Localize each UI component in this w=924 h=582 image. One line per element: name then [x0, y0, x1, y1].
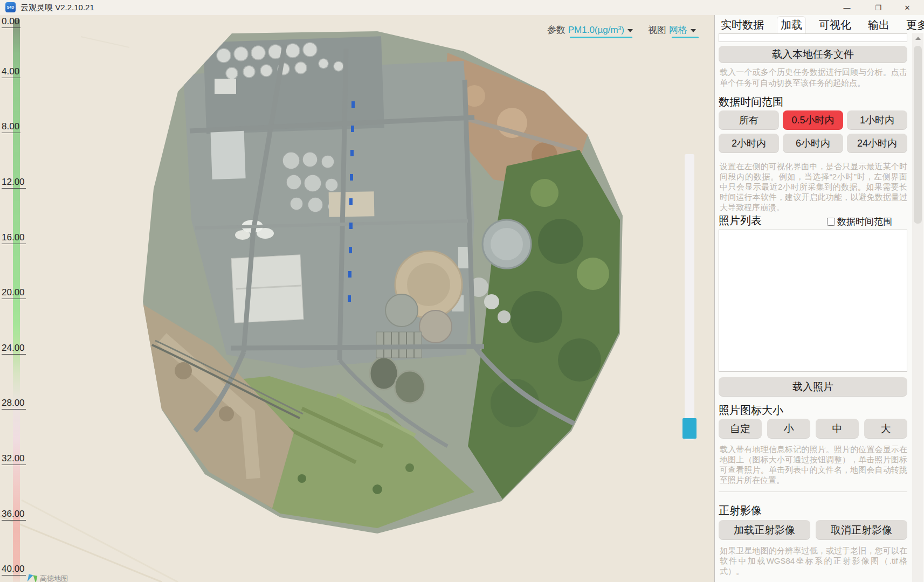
- orthophoto-description: 如果卫星地图的分辨率过低，或过于老旧，您可以在软件中加载WGS84坐标系的正射影…: [720, 545, 907, 576]
- load-photos-button[interactable]: 载入照片: [719, 377, 907, 397]
- load-local-task-button[interactable]: 载入本地任务文件: [719, 46, 907, 63]
- orthophoto-heading: 正射影像: [719, 503, 762, 518]
- title-bar[interactable]: S4D 云观灵嗅 V2.2.10.21 — ❐ ✕: [0, 0, 924, 15]
- view-label: 视图: [648, 25, 666, 35]
- load-task-description: 载入一个或多个历史任务数据进行回顾与分析。点击单个任务可自动切换至该任务的起始点…: [720, 67, 907, 88]
- tab-visualization[interactable]: 可视化: [816, 17, 854, 33]
- photo-list-heading: 照片列表: [719, 213, 762, 228]
- parameter-label: 参数: [547, 25, 566, 35]
- parameter-dropdown[interactable]: PM1.0(µg/m³): [568, 25, 624, 35]
- photo-list-box[interactable]: [719, 230, 907, 372]
- maximize-button[interactable]: ❐: [866, 0, 891, 15]
- time-range-filter-checkbox[interactable]: [827, 218, 835, 226]
- time-range-all-button[interactable]: 所有: [719, 110, 779, 130]
- chevron-down-icon[interactable]: [628, 29, 633, 32]
- app-window: S4D 云观灵嗅 V2.2.10.21 — ❐ ✕: [0, 0, 924, 582]
- time-range-filter-label[interactable]: 数据时间范围: [837, 216, 892, 228]
- tab-output[interactable]: 输出: [865, 17, 893, 33]
- colorbar-label: 24.00: [2, 343, 26, 355]
- amap-logo-icon: [27, 574, 38, 582]
- view-control: 视图 网格: [648, 24, 696, 37]
- chevron-down-icon[interactable]: [691, 29, 696, 32]
- minimize-icon: —: [844, 4, 851, 12]
- colorbar-label: 12.00: [2, 177, 26, 189]
- photo-icon-size-options: 自定 小 中 大: [719, 419, 907, 439]
- icon-size-large-button[interactable]: 大: [864, 419, 907, 439]
- parameter-control: 参数 PM1.0(µg/m³): [547, 24, 633, 37]
- scroll-up-button[interactable]: [912, 34, 923, 43]
- attribution-text: 高德地图: [40, 574, 68, 582]
- colorbar-label: 0.00: [2, 16, 20, 28]
- view-dropdown[interactable]: 网格: [669, 25, 687, 35]
- colorbar-label: 4.00: [2, 66, 20, 78]
- cancel-orthophoto-button[interactable]: 取消正射影像: [816, 520, 907, 540]
- tab-realtime-data[interactable]: 实时数据: [718, 17, 767, 33]
- time-range-description: 设置在左侧的可视化界面中，是否只显示最近某个时间段内的数据。例如，当选择“2小时…: [720, 161, 907, 212]
- triangle-up-icon: [915, 37, 921, 40]
- time-range-0.5h-button[interactable]: 0.5小时内: [783, 110, 843, 130]
- colorbar-label: 16.00: [2, 232, 26, 244]
- task-list-box[interactable]: [719, 33, 907, 42]
- minimize-button[interactable]: —: [835, 0, 859, 15]
- side-panel: 实时数据 加载 可视化 输出 更多 载入本地任务文件 载入一个或多个历史任务数据…: [714, 15, 924, 582]
- tab-load[interactable]: 加载: [777, 17, 805, 33]
- photo-icon-size-heading: 照片图标大小: [719, 403, 783, 418]
- orthophoto-image: [0, 15, 714, 582]
- map-canvas[interactable]: 0.00 4.00 8.00 12.00 16.00 20.00 24.00 2…: [0, 15, 714, 582]
- map-slider-track[interactable]: [685, 154, 694, 440]
- colorbar-label: 20.00: [2, 287, 26, 299]
- time-range-heading: 数据时间范围: [719, 95, 783, 109]
- icon-size-medium-button[interactable]: 中: [816, 419, 859, 439]
- tab-bar: 实时数据 加载 可视化 输出 更多: [718, 16, 908, 33]
- close-icon: ✕: [905, 4, 911, 12]
- time-range-6h-button[interactable]: 6小时内: [783, 134, 843, 153]
- close-button[interactable]: ✕: [895, 0, 920, 15]
- view-underline: [672, 37, 699, 38]
- orthophoto-actions: 加载正射影像 取消正射影像: [719, 520, 907, 540]
- colorbar-gradient: [13, 19, 20, 582]
- photo-filter-control: 数据时间范围: [827, 216, 892, 228]
- time-range-24h-button[interactable]: 24小时内: [847, 134, 907, 153]
- tab-more[interactable]: 更多: [903, 17, 924, 33]
- colorbar-label: 32.00: [2, 453, 26, 465]
- scrollbar-thumb[interactable]: [914, 46, 922, 224]
- colorbar-label: 40.00: [2, 564, 26, 576]
- photo-icon-size-description: 载入带有地理信息标记的照片。照片的位置会显示在地图上（图标大小可通过按钮调整），…: [720, 444, 907, 485]
- time-range-1h-button[interactable]: 1小时内: [847, 110, 907, 130]
- app-logo-icon: S4D: [5, 2, 16, 12]
- panel-scrollbar[interactable]: [912, 33, 923, 582]
- window-title: 云观灵嗅 V2.2.10.21: [20, 3, 94, 13]
- colorbar-label: 28.00: [2, 398, 26, 410]
- parameter-underline: [570, 37, 632, 38]
- icon-size-custom-button[interactable]: 自定: [719, 419, 762, 439]
- colorbar-label: 8.00: [2, 121, 20, 133]
- load-orthophoto-button[interactable]: 加载正射影像: [719, 520, 810, 540]
- colorbar-label: 36.00: [2, 509, 26, 521]
- maximize-icon: ❐: [875, 4, 881, 12]
- time-range-2h-button[interactable]: 2小时内: [719, 134, 779, 153]
- map-attribution: 高德地图: [28, 572, 68, 582]
- time-range-options: 所有 0.5小时内 1小时内 2小时内 6小时内 24小时内: [719, 110, 907, 153]
- map-slider-thumb[interactable]: [682, 418, 697, 439]
- section-divider: [719, 491, 907, 492]
- icon-size-small-button[interactable]: 小: [767, 419, 810, 439]
